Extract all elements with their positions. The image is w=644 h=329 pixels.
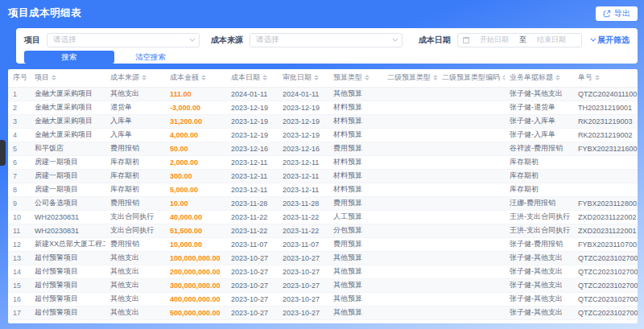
cell-cost-date: 2023-10-27 [226,278,278,292]
cell-doc-title: 张子健-其他支出 [505,278,573,292]
chevron-down-icon [590,36,596,42]
column-header-cost-source[interactable]: 成本来源 [105,69,165,87]
column-header-cost-amount[interactable]: 成本金额 [165,69,226,87]
cell-cost-amount: 300,000,000.00 [165,278,226,292]
cell-cost-source: 入库单 [105,128,165,142]
table-row[interactable]: 12 新建XX总部大厦工程二期 费用报销 10,000.00 2023-11-0… [8,237,638,251]
table-row[interactable]: 17 超付预警项目 其他支出 500,000,000.00 2023-10-27… [8,306,638,319]
table-row[interactable]: 15 超付预警项目 其他支出 300,000,000.00 2023-10-27… [8,278,638,292]
table-row[interactable]: 3 金融大厦采购项目 入库单 31,200.00 2023-12-19 2023… [8,114,638,128]
cell-budget-type: 其他预算 [328,292,382,306]
table-row[interactable]: 6 房建一期项目 库存期初 2,000.00 2023-12-11 2023-1… [8,155,638,169]
search-button[interactable]: 搜索 [24,51,114,64]
side-drawer-handle[interactable] [0,140,6,166]
sort-icon[interactable] [555,75,560,80]
column-header-budget-code[interactable]: 二级预算类型编码 [437,69,505,87]
cell-doc-title: 库存期初 [505,183,573,196]
cell-project: 超付预警项目 [30,251,105,265]
cell-project: WH20230831 [30,210,105,224]
cell-budget-code [437,237,505,251]
cell-budget-type2 [382,224,437,237]
cost-source-select[interactable]: 请选择 [250,33,402,47]
cell-doc-title: 张子健-其他支出 [505,265,573,278]
export-button-label: 导出 [614,8,630,19]
cell-approve-date: 2023-11-22 [278,224,328,237]
sort-icon[interactable] [201,75,206,80]
cell-cost-source: 退货单 [105,101,165,114]
cell-cost-amount: 400,000,000.00 [165,292,226,306]
cell-cost-amount: -3,000.00 [165,101,226,114]
cell-cost-amount: 200,000,000.00 [165,265,226,278]
column-header-cost-date[interactable]: 成本日期 [226,69,278,87]
sort-icon[interactable] [52,75,56,80]
table-row[interactable]: 16 超付预警项目 其他支出 400,000,000.00 2023-10-27… [8,292,638,306]
cell-cost-date: 2024-01-11 [226,87,278,101]
table-row[interactable]: 7 房建一期项目 库存期初 300.00 2023-12-11 2023-12-… [8,169,638,183]
sort-icon[interactable] [142,75,147,80]
cell-budget-code [437,210,505,224]
cell-no: 12 [8,237,30,251]
clear-search-link[interactable]: 清空搜索 [135,52,166,63]
cell-doc-no: QTZC20231027002 [573,251,638,265]
cell-project: 超付预警项目 [30,292,105,306]
filter-panel: 项目 请选择 成本来源 请选择 成本日期 开始日期 至 结束日期 展开筛选 搜索… [16,28,638,64]
cell-cost-date: 2023-11-22 [226,210,278,224]
cell-budget-type: 材料预算 [328,128,382,142]
cell-approve-date: 2023-12-11 [278,155,328,169]
cell-budget-code [437,292,505,306]
cell-doc-title: 库存期初 [505,169,573,183]
table-row[interactable]: 4 金融大厦采购项目 入库单 4,000.00 2023-12-19 2023-… [8,128,638,142]
sort-icon[interactable] [502,75,505,80]
cell-budget-code [437,87,505,101]
table-row[interactable]: 14 超付预警项目 其他支出 200,000,000.00 2023-10-27… [8,265,638,278]
cell-doc-title: 张子健-其他支出 [505,306,573,319]
cell-doc-title: 张子健-其他支出 [505,292,573,306]
cell-approve-date: 2023-10-27 [278,265,328,278]
page-header: 项目成本明细表 导出 [0,0,644,27]
end-date-input[interactable]: 结束日期 [526,35,576,45]
sort-icon[interactable] [433,75,437,80]
column-header-doc-no[interactable]: 单号 [573,69,638,87]
start-date-input[interactable]: 开始日期 [469,35,519,45]
cell-budget-code [437,114,505,128]
cell-cost-source: 费用报销 [105,142,165,155]
cell-no: 16 [8,292,30,306]
column-header-budget-type[interactable]: 预算类型 [328,69,382,87]
table-row[interactable]: 8 房建一期项目 库存期初 5,000.00 2023-12-11 2023-1… [8,183,638,196]
cell-cost-date: 2023-12-19 [226,114,278,128]
cell-cost-date: 2023-11-22 [226,224,278,237]
table-row[interactable]: 2 金融大厦采购项目 退货单 -3,000.00 2023-12-19 2023… [8,101,638,114]
table-row[interactable]: 9 公司备选项目 费用报销 10.00 2023-11-28 2023-11-2… [8,196,638,210]
table-row[interactable]: 11 WH20230831 支出合同执行 51,500.00 2023-11-2… [8,224,638,237]
cell-cost-source: 其他支出 [105,306,165,319]
cell-cost-source: 支出合同执行 [105,210,165,224]
cell-project: 金融大厦采购项目 [30,114,105,128]
table-row[interactable]: 5 和平饭店 费用报销 50.00 2023-12-16 2023-12-16 … [8,142,638,155]
cell-no: 6 [8,155,30,169]
column-header-doc-title[interactable]: 业务单据标题 [505,69,573,87]
table-row[interactable]: 10 WH20230831 支出合同执行 40,000.00 2023-11-2… [8,210,638,224]
cell-cost-date: 2023-10-27 [226,251,278,265]
project-select[interactable]: 请选择 [47,33,200,47]
cell-budget-code [437,224,505,237]
cell-cost-source: 其他支出 [105,278,165,292]
cell-cost-amount: 100,000,000.00 [165,251,226,265]
sort-icon[interactable] [314,75,319,80]
sort-icon[interactable] [365,75,369,80]
cost-date-range-picker[interactable]: 开始日期 至 结束日期 [457,33,582,47]
sort-icon[interactable] [595,75,600,80]
table-row[interactable]: 13 超付预警项目 其他支出 100,000,000.00 2023-10-27… [8,251,638,265]
table-row[interactable]: 1 金融大厦采购项目 其他支出 111.00 2024-01-11 2024-0… [8,87,638,101]
cost-date-filter-label: 成本日期 [419,35,451,46]
expand-filter-link[interactable]: 展开筛选 [590,35,630,46]
cell-doc-no: QTZC20240111001 [573,87,638,101]
page-title: 项目成本明细表 [8,6,81,20]
sort-icon[interactable] [262,75,267,80]
cell-budget-type2 [382,169,437,183]
column-header-project[interactable]: 项目 [30,69,105,87]
cell-cost-source: 入库单 [105,114,165,128]
chevron-down-icon [189,36,195,42]
column-header-budget-type2[interactable]: 二级预算类型 [382,69,437,87]
column-header-approve-date[interactable]: 审批日期 [278,69,328,87]
export-button[interactable]: 导出 [596,6,638,21]
